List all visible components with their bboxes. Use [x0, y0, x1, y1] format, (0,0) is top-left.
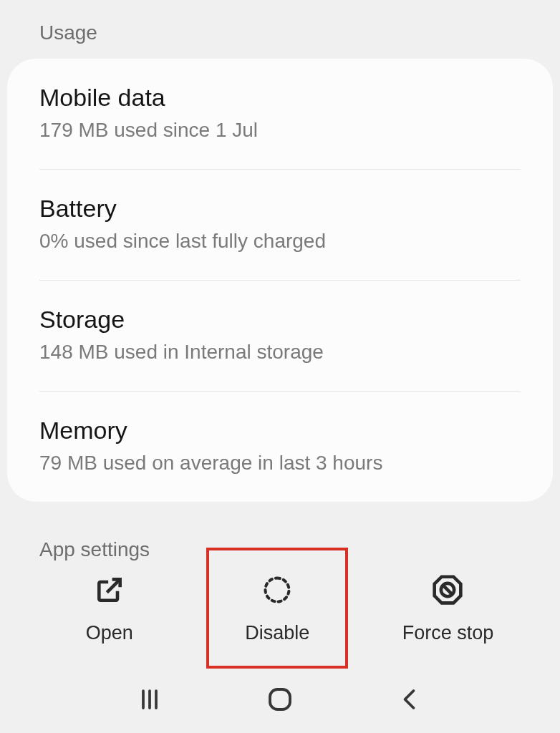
home-nav-button[interactable] [265, 684, 295, 717]
back-nav-button[interactable] [397, 686, 423, 715]
open-button[interactable]: Open [45, 558, 174, 659]
disable-label: Disable [245, 622, 309, 644]
svg-line-3 [443, 586, 453, 595]
force-stop-label: Force stop [402, 622, 494, 644]
battery-subtitle: 0% used since last fully charged [39, 230, 521, 253]
svg-rect-7 [270, 689, 290, 709]
bottom-action-bar: Open Disable Force stop [0, 548, 560, 669]
memory-title: Memory [39, 417, 521, 445]
storage-title: Storage [39, 306, 521, 334]
storage-item[interactable]: Storage 148 MB used in Internal storage [39, 281, 521, 392]
svg-rect-0 [266, 578, 289, 602]
open-label: Open [86, 622, 133, 644]
disable-icon [259, 572, 295, 608]
force-stop-icon [430, 572, 465, 608]
mobile-data-title: Mobile data [39, 84, 521, 112]
usage-section-header: Usage [0, 0, 560, 59]
battery-item[interactable]: Battery 0% used since last fully charged [39, 170, 521, 281]
storage-subtitle: 148 MB used in Internal storage [39, 341, 521, 364]
recents-nav-button[interactable] [137, 686, 163, 715]
disable-button[interactable]: Disable [206, 548, 348, 669]
navigation-bar [0, 669, 560, 733]
force-stop-button[interactable]: Force stop [381, 558, 516, 659]
battery-title: Battery [39, 195, 521, 223]
mobile-data-subtitle: 179 MB used since 1 Jul [39, 119, 521, 142]
memory-subtitle: 79 MB used on average in last 3 hours [39, 452, 521, 475]
mobile-data-item[interactable]: Mobile data 179 MB used since 1 Jul [39, 59, 521, 170]
open-icon [92, 572, 127, 608]
usage-card: Mobile data 179 MB used since 1 Jul Batt… [7, 59, 553, 502]
memory-item[interactable]: Memory 79 MB used on average in last 3 h… [39, 392, 521, 502]
